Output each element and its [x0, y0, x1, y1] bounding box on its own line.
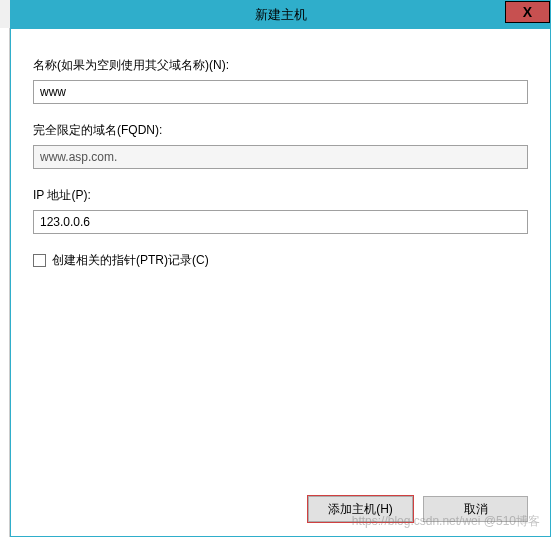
ip-field-group: IP 地址(P): — [33, 187, 528, 234]
ptr-checkbox-label: 创建相关的指针(PTR)记录(C) — [52, 252, 209, 269]
window-title: 新建主机 — [255, 6, 307, 24]
close-icon: X — [523, 4, 532, 20]
name-field-group: 名称(如果为空则使用其父域名称)(N): — [33, 57, 528, 104]
ptr-checkbox[interactable] — [33, 254, 46, 267]
cancel-button[interactable]: 取消 — [423, 496, 528, 522]
fqdn-field-group: 完全限定的域名(FQDN): — [33, 122, 528, 169]
add-host-button[interactable]: 添加主机(H) — [308, 496, 413, 522]
dialog-content: 名称(如果为空则使用其父域名称)(N): 完全限定的域名(FQDN): IP 地… — [11, 29, 550, 269]
name-label: 名称(如果为空则使用其父域名称)(N): — [33, 57, 528, 74]
button-row: 添加主机(H) 取消 — [308, 496, 528, 522]
ip-input[interactable] — [33, 210, 528, 234]
close-button[interactable]: X — [505, 1, 550, 23]
fqdn-label: 完全限定的域名(FQDN): — [33, 122, 528, 139]
titlebar: 新建主机 X — [11, 1, 550, 29]
dialog-window: 新建主机 X 名称(如果为空则使用其父域名称)(N): 完全限定的域名(FQDN… — [10, 0, 551, 537]
ptr-checkbox-row: 创建相关的指针(PTR)记录(C) — [33, 252, 528, 269]
name-input[interactable] — [33, 80, 528, 104]
ip-label: IP 地址(P): — [33, 187, 528, 204]
fqdn-input — [33, 145, 528, 169]
background-edge — [0, 28, 10, 537]
